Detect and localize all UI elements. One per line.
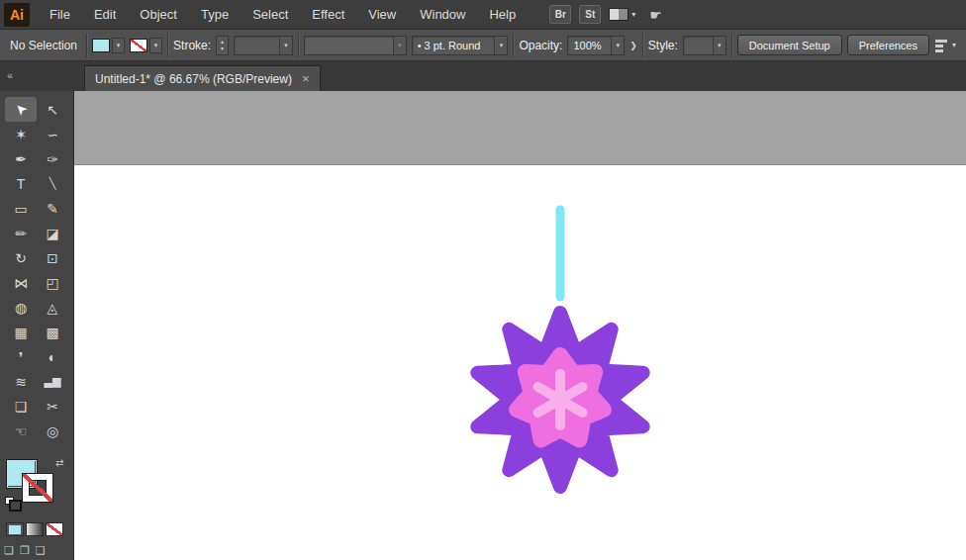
paintbrush-tool[interactable]: ✎ <box>37 196 68 221</box>
menu-view[interactable]: View <box>356 0 408 29</box>
draw-inside-icon[interactable]: ❑ <box>36 544 46 557</box>
chevron-down-icon[interactable]: ▾ <box>112 38 125 53</box>
width-tool[interactable]: ⋈ <box>5 270 37 295</box>
tool-icon: ≋ <box>15 375 27 389</box>
style-label[interactable]: Style: <box>648 39 678 52</box>
artboard-tool[interactable]: ❏ <box>5 394 37 419</box>
separator <box>86 34 87 57</box>
gradient-tool[interactable]: ▩ <box>37 320 68 344</box>
stroke-none-swatch[interactable] <box>130 39 147 52</box>
menu-label: Object <box>140 7 177 22</box>
menu-window[interactable]: Window <box>408 0 477 29</box>
gradient-mode-button[interactable] <box>26 522 44 536</box>
chevron-down-icon: ▾ <box>631 11 635 19</box>
tool-icon: ▃▆ <box>45 376 61 387</box>
chevron-down-icon[interactable]: ▾ <box>494 37 507 54</box>
tool-icon: ▭ <box>14 202 27 216</box>
stepper-down-icon[interactable]: ▾ <box>221 46 224 52</box>
stroke-label[interactable]: Stroke: <box>173 39 211 52</box>
tool-icon: ∽ <box>47 128 58 141</box>
touch-workspace-icon[interactable]: ☛ <box>649 7 662 23</box>
document-setup-button[interactable]: Document Setup <box>737 35 842 55</box>
tool-icon: ◪ <box>46 227 58 240</box>
type-tool[interactable]: T <box>5 171 37 196</box>
stroke-color-control[interactable]: ▾ <box>130 38 162 53</box>
separator <box>731 34 732 57</box>
opacity-value: 100% <box>568 40 611 51</box>
canvas-area[interactable] <box>74 91 966 560</box>
tool-icon: ◬ <box>48 301 58 315</box>
curvature-tool[interactable]: ✑ <box>37 146 68 171</box>
tool-icon: ✑ <box>47 152 58 166</box>
close-icon[interactable]: × <box>302 72 310 85</box>
stroke-color-box[interactable] <box>23 474 52 502</box>
swap-fill-stroke-icon[interactable]: ⇄ <box>55 457 63 468</box>
mesh-tool[interactable]: ▦ <box>5 320 37 344</box>
opacity-panel-arrow-icon[interactable]: ❯ <box>629 41 637 50</box>
pencil-tool[interactable]: ✏ <box>5 221 37 245</box>
menu-object[interactable]: Object <box>128 0 189 29</box>
stock-button[interactable]: St <box>579 5 601 24</box>
rotate-tool[interactable]: ↻ <box>5 245 37 270</box>
tools-panel: ➤ ↖ ✶ ∽ ✒ ✑ T <box>0 91 74 560</box>
chevron-down-icon[interactable]: ▾ <box>611 37 624 54</box>
tool-icon: ✒ <box>15 152 27 166</box>
pen-tool[interactable]: ✒ <box>5 146 37 171</box>
arrange-documents-button[interactable]: ▾ <box>609 8 635 21</box>
document-tab[interactable]: Untitled-1* @ 66.67% (RGB/Preview) × <box>84 65 321 91</box>
hand-tool[interactable]: ☜ <box>5 419 37 443</box>
draw-normal-icon[interactable]: ❏ <box>4 544 14 557</box>
menu-file[interactable]: File <box>38 0 82 29</box>
eyedropper-tool[interactable]: ❜ <box>5 344 37 369</box>
tool-grid: ➤ ↖ ✶ ∽ ✒ ✑ T <box>0 97 73 443</box>
shape-builder-tool[interactable]: ◍ <box>5 295 37 320</box>
default-fill-stroke-icon[interactable] <box>5 497 14 505</box>
menu-effect[interactable]: Effect <box>300 0 356 29</box>
separator <box>298 34 299 57</box>
blend-tool[interactable]: ◐ <box>37 344 68 369</box>
menu-label: Window <box>420 7 465 22</box>
fill-color-swatch[interactable] <box>92 39 110 52</box>
symbol-sprayer-tool[interactable]: ≋ <box>5 369 37 394</box>
menu-help[interactable]: Help <box>477 0 528 29</box>
magic-wand-tool[interactable]: ✶ <box>5 122 37 146</box>
zoom-tool[interactable]: ◎ <box>37 419 68 443</box>
menu-type[interactable]: Type <box>189 0 241 29</box>
menu-select[interactable]: Select <box>241 0 300 29</box>
separator <box>513 34 514 57</box>
line-segment-tool[interactable]: ╲ <box>37 171 68 196</box>
tool-icon: ↖ <box>47 103 58 117</box>
free-transform-tool[interactable]: ◰ <box>37 270 68 295</box>
stepper-up-icon[interactable]: ▴ <box>221 39 224 46</box>
direct-selection-tool[interactable]: ↖ <box>37 97 68 122</box>
fill-color-control[interactable]: ▾ <box>92 38 125 53</box>
scale-tool[interactable]: ⊡ <box>37 245 68 270</box>
tool-icon: ◍ <box>15 301 27 315</box>
none-mode-button[interactable] <box>46 522 63 536</box>
tool-icon: T <box>17 177 26 191</box>
bridge-button[interactable]: Br <box>549 5 571 24</box>
collapse-panel-icon[interactable]: « <box>7 69 13 81</box>
arrange-documents-icon <box>609 8 628 21</box>
lasso-tool[interactable]: ∽ <box>37 122 68 146</box>
style-dropdown[interactable]: ▾ <box>683 36 726 55</box>
menu-edit[interactable]: Edit <box>82 0 128 29</box>
perspective-grid-tool[interactable]: ◬ <box>37 295 68 320</box>
opacity-label[interactable]: Opacity: <box>519 39 562 52</box>
rectangle-tool[interactable]: ▭ <box>5 196 37 221</box>
brush-definition-dropdown[interactable]: • 3 pt. Round ▾ <box>412 36 509 55</box>
eraser-tool[interactable]: ◪ <box>37 221 68 245</box>
slice-tool[interactable]: ✂ <box>37 394 68 419</box>
chevron-down-icon[interactable]: ▾ <box>279 37 292 54</box>
chevron-down-icon[interactable]: ▾ <box>713 37 725 54</box>
color-mode-button[interactable] <box>6 522 24 536</box>
chevron-down-icon[interactable]: ▾ <box>149 38 162 53</box>
stroke-weight-dropdown[interactable]: ▾ <box>234 36 293 55</box>
stroke-weight-stepper[interactable]: ▴ ▾ <box>216 36 229 55</box>
preferences-button[interactable]: Preferences <box>847 35 929 55</box>
opacity-dropdown[interactable]: 100% ▾ <box>567 36 625 55</box>
column-graph-tool[interactable]: ▃▆ <box>37 369 68 394</box>
align-options-button[interactable]: ▾ <box>934 39 960 51</box>
selection-tool[interactable]: ➤ <box>5 97 37 122</box>
draw-behind-icon[interactable]: ❐ <box>20 544 30 557</box>
